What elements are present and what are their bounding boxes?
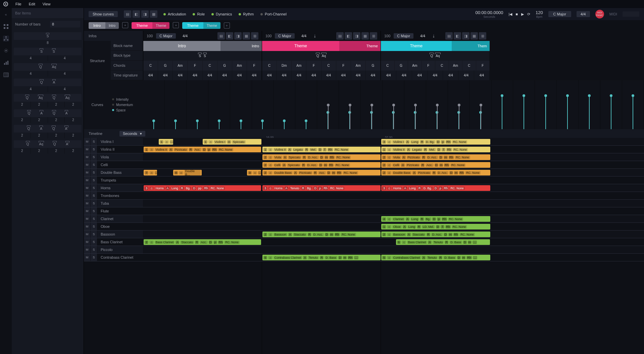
key-value[interactable]: C Major [156, 33, 176, 39]
clip[interactable]: 2♫ViolaAPizzicatoRD. Acc.DmRhRC. None [381, 154, 490, 160]
menu-view[interactable]: View [43, 2, 51, 6]
add-variant-button[interactable]: + [173, 22, 179, 28]
tree-icon[interactable] [3, 36, 9, 42]
chord-cell[interactable]: C [435, 61, 449, 70]
bar-item[interactable]: QAqQAq2222 [14, 94, 82, 107]
mini-icon[interactable]: ▤ [217, 32, 225, 40]
bar-item[interactable]: QA44 [14, 79, 82, 92]
track-lane[interactable]: 2♫Bass ClarinetAStaccatoRAcc.DpRhRC. Non… [143, 238, 644, 246]
track-name[interactable]: Double Bass [97, 169, 143, 176]
track-lane[interactable] [143, 200, 644, 207]
track-lane[interactable]: 5♫Contrabass ClarinetATenutoRD. BassDmRh… [143, 254, 644, 261]
clip[interactable]: 2♫CelliAPizzicatoRAcc.DmRhRC. None [381, 162, 490, 168]
chord-cell[interactable]: Am [173, 61, 188, 70]
mute-button[interactable]: M [84, 200, 91, 207]
add-block-button[interactable]: + [224, 22, 230, 29]
chord-cell[interactable]: F [336, 61, 351, 70]
piano-icon[interactable] [3, 72, 9, 78]
toggle-port-channel[interactable]: Port-Channel [260, 12, 287, 16]
clip[interactable]: 1♫Violins IIALegatoRMel.DfRhRC. None [381, 147, 490, 152]
clip[interactable]: 5♫Contrabass ClarinetATenutoRD. BassDmRh… [381, 255, 490, 260]
clip[interactable]: 7♫… [144, 170, 157, 175]
timesig-cell[interactable]: 4/4 [217, 70, 232, 80]
bpm-value[interactable]: 120 [536, 10, 543, 15]
clip[interactable]: 2♫CelliASpiccatoRD. Acc.DmRhRC. None [262, 162, 381, 168]
block-variant[interactable]: Intro [220, 41, 262, 51]
tool-icon-2[interactable]: ◧ [133, 10, 140, 18]
timesig-cell[interactable]: 4/4 [232, 70, 247, 80]
mini-icon[interactable]: ▤ [336, 32, 344, 40]
chord-cell[interactable]: G [366, 61, 381, 70]
clip[interactable]: 2♫Double BassAPizzicatoRAcc.DmRhRC. None [262, 170, 381, 175]
toggle-articulation[interactable]: Articulation [163, 12, 186, 16]
timesig-cell[interactable]: 4/4 [143, 70, 158, 80]
clip[interactable]: 4♫ClarinetALongRBg.DpRhRC. None [381, 216, 490, 222]
timesig-selector[interactable]: 4/4 [577, 11, 590, 17]
block-tab[interactable]: ThemeTheme [182, 22, 220, 29]
download-icon[interactable]: ⭳ [432, 34, 436, 38]
chord-cell[interactable]: Am [292, 61, 306, 70]
curve-legend-item[interactable]: Momentum [112, 103, 143, 107]
mute-button[interactable]: M [84, 238, 91, 246]
curve-column[interactable] [404, 80, 426, 129]
clip[interactable]: 2♫ViolaASpiccatoRD. Acc.DmRhRC. None [262, 154, 381, 160]
solo-button[interactable]: S [91, 231, 97, 238]
chord-cell[interactable]: F [188, 61, 202, 70]
chord-cell[interactable]: G [217, 61, 232, 70]
clip[interactable]: 9♫… [247, 170, 261, 175]
chord-cell[interactable]: C [381, 61, 395, 70]
curve-column[interactable] [295, 80, 317, 129]
timesig-cell[interactable]: 4/4 [173, 70, 188, 80]
mini-icon[interactable]: ▦ [470, 32, 478, 40]
track-name[interactable]: Flute [97, 207, 143, 215]
track-lane[interactable]: 4♫ClarinetALongRBg.DpRhRC. None [143, 215, 644, 223]
timesig-cell[interactable]: 4/4 [474, 70, 490, 80]
timesig-cell[interactable]: 4/4 [381, 70, 396, 80]
clip[interactable]: 8♫Double B… [173, 170, 202, 175]
tempo-value[interactable]: 100 [384, 34, 390, 38]
mute-button[interactable]: M [84, 161, 91, 168]
track-lane[interactable]: 2♫ViolaASpiccatoRD. Acc.DmRhRC. None2♫Vi… [143, 153, 644, 161]
play-icon[interactable]: ▶ [521, 12, 524, 16]
chord-cell[interactable]: G [395, 61, 408, 70]
track-name[interactable]: Viola [97, 153, 143, 161]
mini-icon[interactable]: ▦ [361, 32, 369, 40]
timesig-cell[interactable]: 4/4 [277, 70, 292, 80]
curve-column[interactable] [165, 80, 187, 129]
clip[interactable]: 2♫BassoonAStaccatoRD. Acc.DmRhRC. None [262, 232, 381, 237]
toggle-role[interactable]: Role [193, 12, 205, 16]
block-variant[interactable]: Theme [339, 41, 381, 51]
chord-cell[interactable]: Am [449, 61, 463, 70]
chord-cell[interactable]: Am [408, 61, 422, 70]
mute-button[interactable]: M [84, 215, 91, 222]
chord-cell[interactable]: C [321, 61, 336, 70]
mute-button[interactable]: M [84, 192, 91, 199]
curve-column[interactable] [426, 80, 448, 129]
solo-button[interactable]: S [91, 176, 97, 184]
mini-icon[interactable]: ⊞ [479, 32, 486, 40]
curve-legend-item[interactable]: Intensity [112, 98, 143, 101]
block-name[interactable]: Theme [262, 41, 339, 51]
track-name[interactable]: Bass Clarinet [97, 238, 143, 246]
curve-column[interactable] [600, 80, 622, 129]
curve-column[interactable] [383, 80, 404, 129]
curve-column[interactable] [230, 80, 252, 129]
curve-column[interactable] [470, 80, 492, 129]
loop-icon[interactable]: ⟳ [527, 12, 530, 16]
track-name[interactable]: Tuba [97, 200, 143, 207]
timesig-cell[interactable]: 4/4 [306, 70, 321, 80]
timesig-cell[interactable]: 4/4 [412, 70, 428, 80]
track-name[interactable]: Violins II [97, 146, 143, 153]
solo-button[interactable]: S [91, 138, 97, 145]
key-selector[interactable]: C Major [548, 11, 571, 17]
chord-cell[interactable]: Am [351, 61, 366, 70]
chord-cell[interactable]: F [247, 61, 262, 70]
track-name[interactable]: Oboe [97, 223, 143, 230]
mute-button[interactable]: M [84, 153, 91, 161]
track-lane[interactable]: 7♫…8♫Double B…9♫…2♫Double BassAPizzicato… [143, 169, 644, 176]
mini-icon[interactable]: ▦ [243, 32, 250, 40]
clip[interactable]: 3♫HornsALongRD. Bg.DpRhRC. None [381, 185, 490, 191]
curve-column[interactable] [535, 80, 557, 129]
track-name[interactable]: Violins I [97, 138, 143, 145]
curve-column[interactable] [252, 80, 274, 129]
